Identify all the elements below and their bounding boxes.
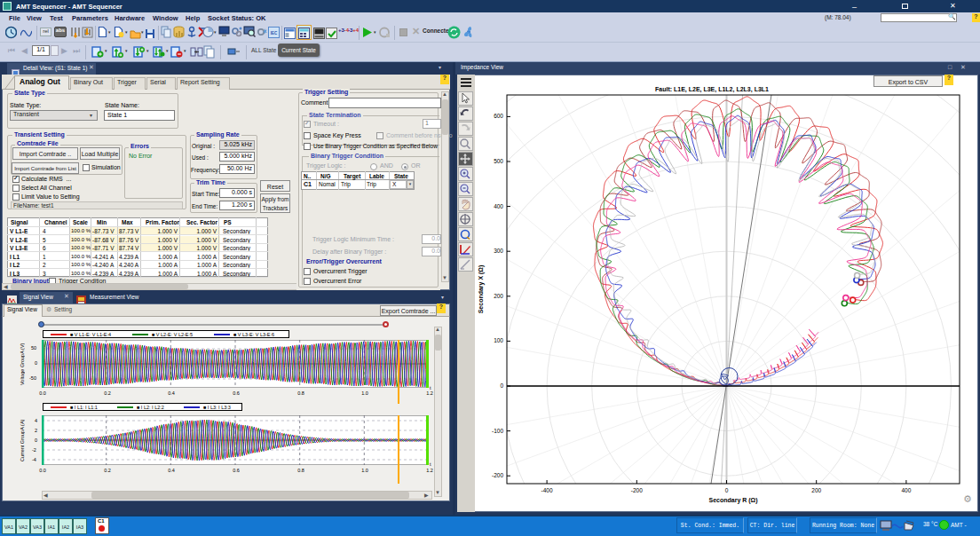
svg-text:400: 400 xyxy=(901,487,911,493)
svg-text:0: 0 xyxy=(725,487,729,493)
svg-text:200: 200 xyxy=(811,487,821,493)
svg-text:400: 400 xyxy=(494,203,503,209)
svg-text:Secondary X (Ω): Secondary X (Ω) xyxy=(478,265,485,314)
svg-text:-200: -200 xyxy=(631,487,643,493)
svg-text:-400: -400 xyxy=(541,487,553,493)
svg-text:100: 100 xyxy=(494,337,503,343)
svg-text:-200: -200 xyxy=(492,472,503,478)
svg-text:500: 500 xyxy=(494,158,503,164)
svg-text:-100: -100 xyxy=(492,428,503,434)
svg-text:0: 0 xyxy=(500,382,503,389)
svg-text:200: 200 xyxy=(494,293,503,299)
svg-text:300: 300 xyxy=(494,248,503,254)
svg-text:Secondary R (Ω): Secondary R (Ω) xyxy=(708,497,757,504)
svg-text:600: 600 xyxy=(494,113,503,119)
